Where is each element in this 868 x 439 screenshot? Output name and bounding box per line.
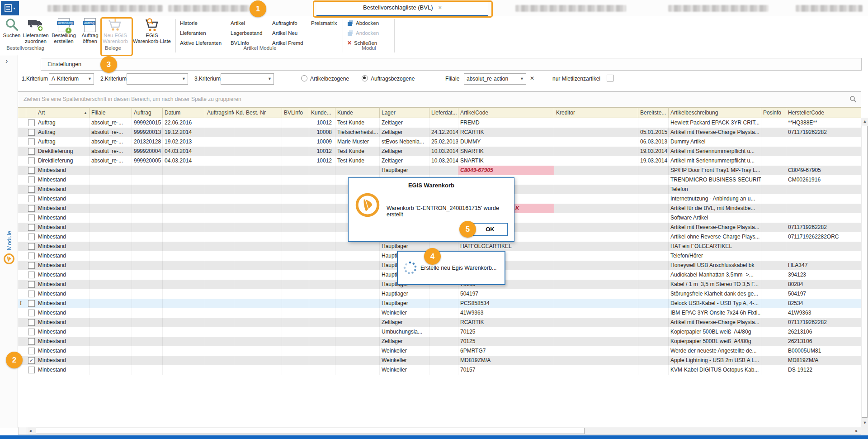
kriterium1-combobox[interactable]: A-Kriterium▼: [49, 73, 94, 85]
table-row[interactable]: MinbestandUmbuchungsla...70125Kopierpapi…: [18, 327, 861, 337]
lieferanten-zuordnen-button[interactable]: Lieferanten zuordnen: [23, 17, 49, 45]
group-by-bar[interactable]: Ziehen Sie eine Spaltenüberschrift in di…: [18, 92, 861, 107]
kriterium3-combobox[interactable]: ▼: [221, 73, 274, 85]
column-header-posinfo[interactable]: Posinfo: [761, 107, 786, 118]
table-row[interactable]: ✓MinbestandWeinkellerMD819ZM/AApple Ligh…: [18, 356, 861, 365]
table-row[interactable]: MinbestandWeinkeller6PMRTG7Werde der neu…: [18, 346, 861, 356]
ribbon-link-preismatrix[interactable]: Preismatrix: [311, 18, 341, 28]
ribbon-link-lagerbestand[interactable]: Lagerbestand: [231, 28, 270, 38]
row-checkbox[interactable]: [28, 243, 35, 250]
row-checkbox[interactable]: ✓: [28, 357, 35, 364]
table-row[interactable]: MinbestandWeinkeller41W9363IBM EPAC 3YR …: [18, 308, 861, 318]
suchen-button[interactable]: Suchen: [2, 17, 22, 45]
column-header-lager[interactable]: Lager: [380, 107, 429, 118]
egis-warenkorb-liste-button[interactable]: EGIS Warenkorb-Liste: [130, 17, 174, 45]
row-checkbox[interactable]: [28, 329, 35, 335]
redacted-tab[interactable]: [515, 5, 626, 12]
scroll-up-icon[interactable]: ▲: [861, 118, 868, 125]
ribbon-link-artikel-neu[interactable]: Artikel Neu: [272, 28, 309, 38]
redacted-tab[interactable]: [668, 5, 769, 12]
row-checkbox[interactable]: [28, 319, 35, 326]
row-checkbox[interactable]: [28, 291, 35, 297]
close-tab-icon[interactable]: ×: [439, 4, 442, 11]
scroll-right-icon[interactable]: ►: [853, 427, 860, 434]
redacted-tab[interactable]: [168, 5, 250, 12]
column-header-kunde[interactable]: Kunde: [335, 107, 380, 118]
column-header-lieferdat[interactable]: Lieferdat...: [429, 107, 458, 118]
column-header-filiale[interactable]: Filiale: [90, 107, 132, 118]
row-checkbox[interactable]: [28, 196, 35, 202]
row-checkbox[interactable]: [28, 129, 35, 136]
vertical-scroll-thumb[interactable]: [862, 126, 868, 418]
table-row[interactable]: Auftragabsolut_re-...99992001319.12.2014…: [18, 128, 861, 137]
table-row[interactable]: MinbestandHauptlagerC8049-67905SP/HP Doo…: [18, 166, 861, 175]
column-header-kdbestnr[interactable]: Kd.-Best.-Nr: [234, 107, 282, 118]
module-sidebar-tab[interactable]: Module: [0, 231, 18, 285]
row-checkbox[interactable]: [28, 234, 35, 240]
column-header-bereitste[interactable]: Bereitste...: [638, 107, 669, 118]
column-header-artikelcode[interactable]: ArtikelCode: [458, 107, 554, 118]
column-header-bvlinfo[interactable]: BVLinfo: [282, 107, 309, 118]
horizontal-scrollbar[interactable]: ◄ ►: [18, 427, 861, 435]
row-checkbox[interactable]: [28, 138, 35, 145]
ribbon-link-artikel[interactable]: Artikel: [231, 18, 270, 28]
table-row[interactable]: MinbestandHauptlager504197Störungsfreie …: [18, 289, 861, 299]
abdocken-button[interactable]: Abdocken: [347, 18, 379, 28]
radio-artikelbezogene[interactable]: [301, 75, 307, 81]
row-checkbox[interactable]: [28, 253, 35, 259]
collapse-chevron-icon[interactable]: ›: [5, 57, 8, 65]
row-checkbox[interactable]: [28, 348, 35, 354]
row-checkbox[interactable]: [28, 224, 35, 231]
filiale-clear-icon[interactable]: ✕: [530, 75, 534, 81]
row-checkbox[interactable]: [28, 338, 35, 345]
redacted-tab[interactable]: [796, 5, 863, 12]
auftrag-oeffnen-button[interactable]: Auftrag Auftrag öffnen: [79, 17, 101, 45]
row-checkbox[interactable]: [28, 148, 35, 155]
vertical-scrollbar[interactable]: ▲ ▼: [861, 118, 868, 427]
column-header-datum[interactable]: Datum: [163, 107, 205, 118]
row-checkbox[interactable]: [28, 205, 35, 212]
ribbon-link-lieferanten[interactable]: Lieferanten: [180, 28, 228, 38]
row-checkbox[interactable]: [28, 157, 35, 164]
column-header-kundenr[interactable]: Kunde...: [309, 107, 335, 118]
table-row[interactable]: MinbestandWeinkeller70157KVM-Kabel DIGIT…: [18, 365, 861, 375]
redacted-tab[interactable]: [47, 5, 163, 12]
table-row[interactable]: IMinbestandHauptlagerPCS858534Delock USB…: [18, 299, 861, 308]
row-checkbox[interactable]: [28, 262, 35, 269]
row-checkbox[interactable]: [28, 167, 35, 174]
row-checkbox[interactable]: [28, 300, 35, 307]
column-header-beschreibung[interactable]: Artikelbeschreibung: [669, 107, 761, 118]
column-header-kreditor[interactable]: Kreditor: [554, 107, 638, 118]
row-checkbox[interactable]: [28, 215, 35, 221]
ribbon-link-historie[interactable]: Historie: [180, 18, 228, 28]
table-row[interactable]: Direktlieferungabsolut_re-...99992000504…: [18, 156, 861, 166]
kriterium2-combobox[interactable]: ▼: [127, 73, 188, 85]
radio-auftragsbezogene[interactable]: [362, 75, 368, 81]
column-header-art[interactable]: Art▲: [36, 107, 90, 118]
scroll-down-icon[interactable]: ▼: [861, 419, 868, 426]
table-row[interactable]: Auftragabsolut_re-...20132012819.02.2013…: [18, 137, 861, 147]
table-row[interactable]: MinbestandZeltlager70125Kopierpapier 500…: [18, 337, 861, 346]
horizontal-scroll-thumb[interactable]: [36, 428, 585, 434]
row-checkbox[interactable]: [28, 310, 35, 316]
column-header-herstellercode[interactable]: HerstellerCode: [786, 107, 861, 118]
table-row[interactable]: Direktlieferungabsolut_re-...99992000404…: [18, 147, 861, 156]
tab-bestellvorschlagliste[interactable]: Bestellvorschlagliste (BVL) ×: [316, 0, 488, 16]
row-checkbox[interactable]: [28, 281, 35, 288]
ribbon-link-auftraginfo[interactable]: Auftraginfo: [272, 18, 309, 28]
column-header-auftragsinfo[interactable]: Auftragsinfo: [205, 107, 234, 118]
table-row[interactable]: Auftragabsolut_re-...99992001522.06.2016…: [18, 118, 861, 128]
scroll-left-icon[interactable]: ◄: [27, 427, 34, 434]
grid-search-icon[interactable]: [849, 95, 857, 105]
row-checkbox[interactable]: [28, 177, 35, 183]
table-row[interactable]: MinbestandHauptlagerHATFOLGEARTIKELHAT e…: [18, 242, 861, 251]
app-menu-button[interactable]: ▾: [1, 1, 19, 15]
table-row[interactable]: MinbestandZeltlagerRCARTIKArtikel mit Re…: [18, 318, 861, 327]
ok-button[interactable]: OK: [472, 223, 508, 236]
row-checkbox[interactable]: [28, 367, 35, 373]
mietlizenz-checkbox[interactable]: [607, 75, 613, 81]
column-header-auftrag[interactable]: Auftrag: [132, 107, 163, 118]
filiale-combobox[interactable]: absolut_re-action▼: [464, 73, 526, 85]
row-checkbox[interactable]: [28, 272, 35, 278]
bestellung-erstellen-button[interactable]: Bestellung+ Bestellung erstellen: [51, 17, 77, 45]
